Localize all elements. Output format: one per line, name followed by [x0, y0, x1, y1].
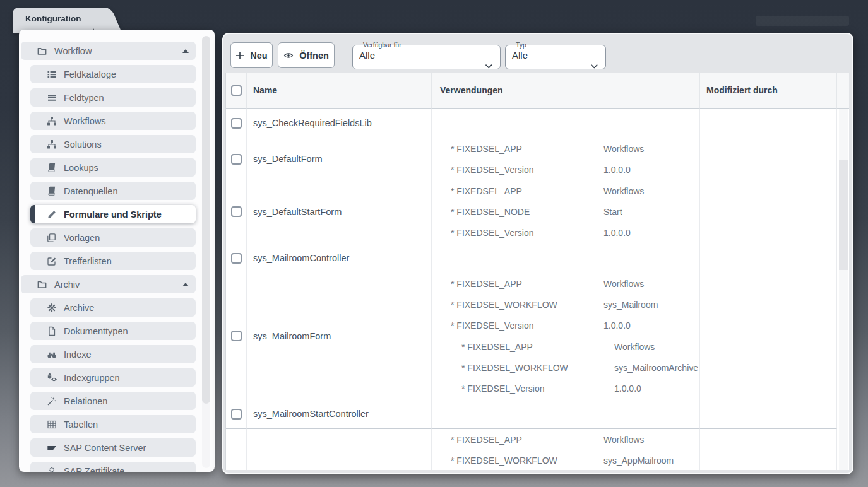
usage-line: * FIXEDSEL_APPWorkflows — [443, 336, 699, 357]
open-button[interactable]: Öffnen — [278, 42, 335, 68]
table-row[interactable]: sys_DefaultStartForm* FIXEDSEL_APPWorkfl… — [226, 180, 849, 244]
modified-cell — [700, 180, 837, 244]
sidebar-item-tabellen[interactable]: Tabellen — [30, 415, 196, 433]
sidebar-item-datenquellen[interactable]: Datenquellen — [30, 182, 196, 200]
usage-value: Workflows — [603, 186, 699, 196]
select-all-checkbox[interactable] — [231, 85, 242, 96]
caret-up-icon[interactable] — [182, 49, 189, 53]
row-checkbox[interactable] — [231, 154, 242, 165]
table-row[interactable]: * FIXEDSEL_APPWorkflows* FIXEDSEL_WORKFL… — [226, 429, 849, 470]
sidebar-item-feldtypen[interactable]: Feldtypen — [30, 88, 196, 107]
sidebar-item-dokumenttypen[interactable]: Dokumenttypen — [30, 322, 196, 340]
eye-icon — [283, 52, 294, 59]
row-checkbox[interactable] — [231, 331, 242, 341]
sidebar-item-label: Feldkataloge — [64, 69, 116, 79]
sidebar-item-archive[interactable]: Archive — [30, 298, 196, 317]
header-checkbox-cell — [226, 73, 247, 109]
row-checkbox[interactable] — [231, 118, 242, 129]
usage-line: * FIXEDSEL_NODEStart — [432, 201, 699, 222]
sidebar-item-label: Archiv — [54, 279, 80, 290]
table-row[interactable]: sys_MailroomController — [226, 244, 849, 273]
row-name: sys_MailroomForm — [253, 331, 331, 341]
usages-cell — [432, 109, 700, 138]
modified-cell — [700, 244, 837, 273]
sidebar-item-label: SAP Zertifikate — [64, 466, 124, 472]
filter-verfuegbar-fuer-label: Verfügbar für — [360, 41, 404, 49]
row-checkbox[interactable] — [231, 253, 242, 264]
sidebar-item-label: Workflows — [64, 116, 106, 126]
sidebar-item-workflow[interactable]: Workflow — [21, 42, 196, 60]
column-header-name[interactable]: Name — [247, 73, 432, 109]
modified-cell — [700, 429, 837, 470]
sidebar-scrollbar[interactable] — [202, 36, 210, 468]
sidebar-item-lookups[interactable]: Lookups — [30, 158, 196, 177]
field-catalog-icon — [46, 69, 57, 79]
sidebar-item-vorlagen[interactable]: Vorlagen — [30, 228, 196, 247]
usage-group: * FIXEDSEL_APPWorkflows* FIXEDSEL_WORKFL… — [432, 429, 699, 470]
usage-line: * FIXEDSEL_APPWorkflows — [432, 429, 699, 450]
usage-key: * FIXEDSEL_APP — [461, 342, 614, 352]
usage-line: * FIXEDSEL_Version1.0.0.0 — [432, 222, 699, 243]
usage-group: * FIXEDSEL_APPWorkflows* FIXEDSEL_Versio… — [432, 138, 699, 180]
usage-value: Workflows — [603, 435, 699, 445]
sidebar-item-solutions[interactable]: Solutions — [30, 135, 196, 153]
row-checkbox-cell — [226, 109, 247, 138]
table-row[interactable]: sys_MailroomForm* FIXEDSEL_APPWorkflows*… — [226, 273, 849, 399]
usages-cell — [432, 399, 700, 429]
usage-group: * FIXEDSEL_APPWorkflows* FIXEDSEL_WORKFL… — [443, 336, 699, 399]
sidebar-item-relationen[interactable]: Relationen — [30, 392, 196, 410]
index-group-icon — [46, 372, 57, 383]
sidebar-scrollbar-thumb[interactable] — [202, 36, 210, 404]
sidebar-item-sap-zertifikate[interactable]: SAP Zertifikate — [30, 462, 196, 472]
sidebar-item-label: Indexe — [64, 349, 92, 360]
usage-line: * FIXEDSEL_Version1.0.0.0 — [432, 159, 699, 180]
row-name: sys_CheckRequiredFieldsLib — [253, 118, 372, 128]
filter-verfuegbar-fuer[interactable]: Verfügbar für Alle — [352, 41, 501, 69]
table-scrollbar[interactable] — [839, 109, 848, 470]
column-header-verwendungen[interactable]: Verwendungen — [432, 73, 700, 109]
sidebar-item-label: Workflow — [54, 46, 92, 56]
sidebar-item-trefferlisten[interactable]: Trefferlisten — [30, 252, 196, 270]
filter-typ[interactable]: Typ Alle — [505, 41, 606, 69]
usage-value: 1.0.0.0 — [614, 384, 699, 394]
name-cell: sys_MailroomController — [247, 244, 432, 273]
name-cell: sys_CheckRequiredFieldsLib — [247, 109, 432, 138]
sidebar-item-feldkataloge[interactable]: Feldkataloge — [30, 65, 196, 83]
chevron-down-icon — [485, 61, 492, 72]
usages-cell — [432, 244, 700, 273]
table-row[interactable]: sys_MailroomStartController — [226, 399, 849, 429]
sidebar-item-formulare-und-skripte[interactable]: Formulare und Skripte — [30, 205, 196, 223]
sidebar-item-label: Feldtypen — [64, 93, 104, 103]
plus-icon — [235, 51, 244, 60]
modified-cell — [700, 138, 837, 180]
usage-key: * FIXEDSEL_Version — [461, 384, 614, 394]
new-button[interactable]: Neu — [230, 42, 273, 68]
table-scrollbar-thumb[interactable] — [839, 160, 848, 270]
sidebar-item-workflows[interactable]: Workflows — [30, 112, 196, 130]
column-header-modifiziert-durch[interactable]: Modifiziert durch — [700, 73, 837, 109]
sidebar-item-indexgruppen[interactable]: Indexgruppen — [30, 368, 196, 387]
folder-icon — [37, 45, 47, 56]
tab-konfiguration[interactable]: Konfiguration — [13, 8, 93, 33]
usage-key: * FIXEDSEL_Version — [451, 320, 603, 331]
sidebar-item-label: Archive — [64, 303, 94, 313]
sidebar-item-sap-content-server[interactable]: SAP Content Server — [30, 438, 196, 457]
sidebar-item-indexe[interactable]: Indexe — [30, 345, 196, 363]
table-row[interactable]: sys_CheckRequiredFieldsLib — [226, 109, 849, 138]
sidebar-item-label: Tabellen — [64, 420, 98, 430]
table-row[interactable]: sys_DefaultForm* FIXEDSEL_APPWorkflows* … — [226, 138, 849, 180]
row-checkbox[interactable] — [231, 409, 242, 420]
table: Name Verwendungen Modifiziert durch sys_… — [225, 73, 849, 470]
copy-icon — [46, 232, 57, 243]
row-checkbox[interactable] — [231, 206, 242, 217]
usage-value: 1.0.0.0 — [603, 228, 699, 238]
sitemap-icon — [46, 115, 57, 126]
sidebar-item-label: Datenquellen — [64, 186, 117, 196]
sidebar-item-label: Trefferlisten — [64, 256, 112, 266]
caret-up-icon[interactable] — [182, 283, 189, 286]
sidebar-item-label: Indexgruppen — [64, 373, 120, 383]
usage-line: * FIXEDSEL_APPWorkflows — [432, 273, 699, 294]
sidebar-item-archiv[interactable]: Archiv — [21, 275, 196, 293]
topbar-highlight — [756, 16, 849, 26]
filter-typ-label: Typ — [513, 41, 529, 49]
